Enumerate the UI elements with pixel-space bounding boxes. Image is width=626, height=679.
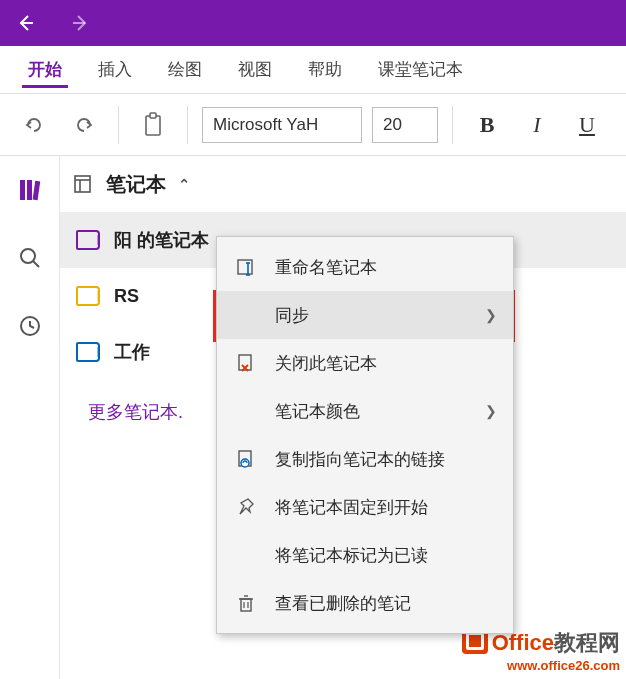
underline-button[interactable]: U <box>567 105 607 145</box>
svg-rect-3 <box>150 113 156 118</box>
menu-label: 关闭此笔记本 <box>275 352 377 375</box>
menu-notebook-color[interactable]: 笔记本颜色 ❯ <box>217 387 513 435</box>
menu-label: 将笔记本固定到开始 <box>275 496 428 519</box>
notebook-header[interactable]: 笔记本 ⌄ <box>60 156 626 212</box>
tab-class-notebook[interactable]: 课堂笔记本 <box>360 46 481 94</box>
italic-button[interactable]: I <box>517 105 557 145</box>
notebooks-icon[interactable] <box>10 170 50 210</box>
nav-back-button[interactable] <box>14 11 38 35</box>
menu-label: 查看已删除的笔记 <box>275 592 411 615</box>
svg-rect-13 <box>238 260 252 274</box>
menu-view-deleted[interactable]: 查看已删除的笔记 <box>217 579 513 627</box>
tab-draw[interactable]: 绘图 <box>150 46 220 94</box>
rename-icon <box>235 257 257 277</box>
redo-button[interactable] <box>64 105 104 145</box>
pin-icon <box>235 497 257 517</box>
clipboard-button[interactable] <box>133 105 173 145</box>
tab-start[interactable]: 开始 <box>10 46 80 94</box>
watermark-brand2: 教程网 <box>554 630 620 655</box>
tab-view[interactable]: 视图 <box>220 46 290 94</box>
recent-icon[interactable] <box>10 306 50 346</box>
divider <box>452 106 453 144</box>
menu-label: 复制指向笔记本的链接 <box>275 448 445 471</box>
menu-label: 重命名笔记本 <box>275 256 377 279</box>
tab-insert[interactable]: 插入 <box>80 46 150 94</box>
svg-rect-6 <box>32 181 40 201</box>
notebook-header-icon <box>72 173 94 195</box>
nav-rail <box>0 156 60 679</box>
menu-label: 将笔记本标记为已读 <box>275 544 428 567</box>
watermark: Office教程网 www.office26.com <box>462 628 620 673</box>
notebook-header-label: 笔记本 <box>106 171 166 198</box>
svg-rect-10 <box>75 176 90 192</box>
notebook-label: 工作 <box>114 340 150 364</box>
font-size-input[interactable] <box>372 107 438 143</box>
notebook-icon <box>76 230 100 250</box>
svg-rect-2 <box>146 116 160 135</box>
menu-pin-to-start[interactable]: 将笔记本固定到开始 <box>217 483 513 531</box>
menu-mark-read[interactable]: 将笔记本标记为已读 <box>217 531 513 579</box>
close-notebook-icon <box>235 353 257 373</box>
menu-label: 笔记本颜色 <box>275 400 360 423</box>
svg-rect-5 <box>27 180 32 200</box>
search-icon[interactable] <box>10 238 50 278</box>
undo-button[interactable] <box>14 105 54 145</box>
divider <box>118 106 119 144</box>
notebook-label: RS <box>114 286 139 307</box>
menu-label: 同步 <box>275 304 309 327</box>
svg-rect-20 <box>241 599 251 611</box>
menu-sync[interactable]: 同步 ❯ <box>217 291 513 339</box>
chevron-right-icon: ❯ <box>485 403 497 419</box>
font-name-input[interactable] <box>202 107 362 143</box>
notebook-icon <box>76 286 100 306</box>
notebook-icon <box>76 342 100 362</box>
nav-forward-button[interactable] <box>68 11 92 35</box>
toolbar: B I U <box>0 94 626 156</box>
chevron-right-icon: ❯ <box>485 307 497 323</box>
menu-rename-notebook[interactable]: 重命名笔记本 <box>217 243 513 291</box>
copy-link-icon <box>235 449 257 469</box>
svg-line-8 <box>33 261 39 267</box>
chevron-up-icon: ⌄ <box>178 176 190 192</box>
context-menu: 重命名笔记本 同步 ❯ 关闭此笔记本 笔记本颜色 ❯ 复制指向笔记本的链接 将笔… <box>216 236 514 634</box>
menu-close-notebook[interactable]: 关闭此笔记本 <box>217 339 513 387</box>
trash-icon <box>235 593 257 613</box>
svg-point-7 <box>21 249 35 263</box>
ribbon-tabs: 开始 插入 绘图 视图 帮助 课堂笔记本 <box>0 46 626 94</box>
menu-copy-link[interactable]: 复制指向笔记本的链接 <box>217 435 513 483</box>
svg-point-19 <box>241 459 249 467</box>
bold-button[interactable]: B <box>467 105 507 145</box>
notebook-label: 阳 的笔记本 <box>114 228 209 252</box>
watermark-url: www.office26.com <box>462 658 620 673</box>
title-bar <box>0 0 626 46</box>
tab-help[interactable]: 帮助 <box>290 46 360 94</box>
svg-rect-4 <box>20 180 25 200</box>
divider <box>187 106 188 144</box>
